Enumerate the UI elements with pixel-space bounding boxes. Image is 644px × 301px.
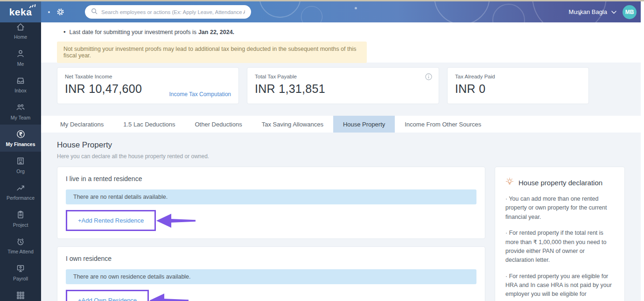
rented-empty-message: There are no rental details available. [66, 189, 476, 204]
sidebar-item-payroll[interactable]: Payroll [0, 259, 41, 286]
panel-title: House property declaration [518, 179, 602, 187]
person-icon [16, 49, 25, 59]
house-property-declaration-panel: House property declaration You can add m… [495, 167, 625, 301]
summary-cards-row: Net Taxable Income INR 10,47,600 Income … [57, 67, 625, 104]
sidebar-item-my-team[interactable]: My Team [0, 98, 41, 125]
logo-text: keka [9, 7, 32, 18]
tab-1-5-lac-deductions[interactable]: 1.5 Lac Deductions [113, 116, 185, 133]
tab-house-property[interactable]: House Property [333, 116, 395, 133]
topbar: keka Muskan Bagla MB [0, 1, 641, 22]
sidebar-item-inbox[interactable]: Inbox [0, 71, 41, 98]
tax-already-paid-card: Tax Already Paid INR 0 [447, 67, 589, 104]
sidebar-item-org[interactable]: Org [0, 152, 41, 179]
own-residence-card: I own residence There are no own residen… [57, 246, 485, 301]
sidebar-item-apps[interactable] [0, 286, 41, 301]
trend-icon [16, 183, 25, 193]
topbar-decoration [355, 7, 357, 9]
keka-logo[interactable]: keka [0, 1, 41, 22]
rupee-circle-icon [16, 129, 26, 139]
building-icon [16, 156, 25, 166]
add-rented-residence-button[interactable]: +Add Rented Residence [66, 210, 156, 231]
apps-grid-icon [16, 290, 25, 300]
notice-panel: Last date for submitting your investment… [41, 22, 641, 63]
card-value: INR 1,31,851 [255, 82, 431, 96]
tab-income-from-other-sources[interactable]: Income From Other Sources [395, 116, 491, 133]
lightbulb-icon [505, 177, 514, 188]
sidebar: Home Me Inbox My Team [0, 22, 41, 301]
sidebar-item-me[interactable]: Me [0, 44, 41, 71]
net-taxable-income-card: Net Taxable Income INR 10,47,600 Income … [57, 67, 239, 104]
sidebar-item-home[interactable]: Home [0, 22, 41, 44]
team-icon [15, 103, 26, 112]
topbar-dot [48, 11, 50, 13]
sidebar-item-project[interactable]: Project [0, 205, 41, 232]
total-tax-payable-card: Total Tax Payable INR 1,31,851 [247, 67, 439, 104]
info-point: For rented property you are eligible for… [505, 272, 614, 301]
finances-tabs: My Declarations 1.5 Lac Deductions Other… [41, 116, 641, 133]
card-label: Total Tax Payable [255, 74, 431, 79]
home-icon [16, 22, 25, 32]
info-icon[interactable] [425, 73, 432, 82]
app-window: keka Muskan Bagla MB [0, 1, 641, 301]
tab-my-declarations[interactable]: My Declarations [50, 116, 113, 133]
gear-icon[interactable] [56, 7, 65, 16]
chevron-down-icon[interactable] [611, 11, 616, 14]
add-own-residence-button[interactable]: +Add Own Residence [66, 290, 149, 301]
page-subtitle: Here you can declare all the house prope… [57, 153, 625, 160]
search-icon [91, 8, 98, 16]
tab-tax-saving-allowances[interactable]: Tax Saving Allowances [252, 116, 333, 133]
rented-residence-card: I live in a rented residence There are n… [57, 167, 485, 239]
sidebar-item-time-attend[interactable]: Time Attend [0, 232, 41, 259]
user-name[interactable]: Muskan Bagla [569, 8, 607, 15]
monitor-icon [16, 264, 25, 273]
annotation-arrow [149, 293, 189, 301]
global-search[interactable] [85, 5, 251, 19]
card-label: Net Taxable Income [65, 74, 231, 79]
warning-banner: Not submitting your investment proofs ma… [57, 42, 367, 63]
annotation-arrow [156, 213, 196, 228]
logo-sparkle-icon [30, 4, 35, 9]
sidebar-item-performance[interactable]: Performance [0, 178, 41, 205]
rented-residence-title: I live in a rented residence [66, 175, 476, 182]
topbar-decoration [492, 4, 525, 22]
card-value: INR 0 [455, 82, 581, 96]
income-tax-computation-link[interactable]: Income Tax Computation [169, 91, 231, 98]
tab-other-deductions[interactable]: Other Deductions [185, 116, 252, 133]
card-label: Tax Already Paid [455, 74, 581, 79]
alarm-clock-icon [16, 237, 25, 246]
topbar-decoration [301, 6, 322, 22]
deadline-notice: Last date for submitting your investment… [63, 28, 641, 35]
sidebar-item-my-finances[interactable]: My Finances [0, 125, 41, 152]
avatar[interactable]: MB [623, 5, 637, 19]
own-residence-title: I own residence [66, 255, 476, 262]
info-point: You can add more than one rented propert… [505, 195, 614, 222]
deadline-date: Jan 22, 2024. [198, 29, 234, 35]
topbar-decoration [259, 1, 301, 18]
inbox-icon [16, 76, 25, 85]
info-point: For rented property if the total rent is… [505, 229, 614, 265]
clipboard-icon [16, 210, 25, 220]
search-input[interactable] [101, 9, 245, 15]
content-area: Last date for submitting your investment… [41, 22, 641, 301]
topbar-decoration [434, 1, 490, 22]
page-title: House Property [57, 140, 625, 150]
own-empty-message: There are no own residence details avail… [66, 269, 476, 284]
